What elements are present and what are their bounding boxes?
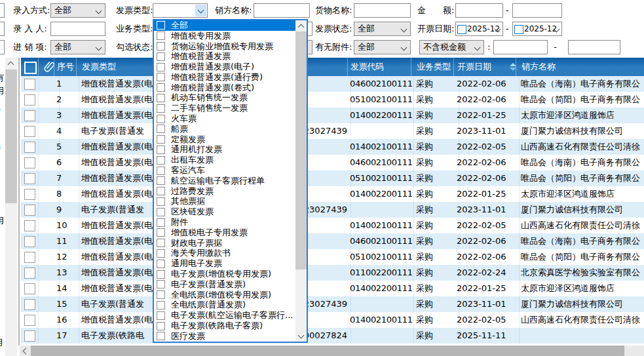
- option-checkbox[interactable]: [157, 239, 165, 247]
- row-checkbox[interactable]: [24, 142, 35, 153]
- header-biz[interactable]: 业务类型: [411, 58, 459, 76]
- dropdown-option[interactable]: 全部: [154, 20, 295, 31]
- row-checkbox[interactable]: [24, 110, 35, 121]
- header-code[interactable]: 发票代码: [347, 58, 414, 76]
- option-checkbox[interactable]: [157, 31, 165, 40]
- dropdown-option[interactable]: 客运汽车: [154, 165, 295, 176]
- dropdown-option[interactable]: 增值税普通发票: [154, 51, 295, 62]
- header-date[interactable]: 开票日期: [453, 58, 520, 76]
- option-checkbox[interactable]: [157, 94, 165, 102]
- table-row[interactable]: 14增值税普通发票(电014002200111采购2022-01-25太原市迎泽…: [21, 281, 644, 296]
- tax-excl-amount-from-input[interactable]: [493, 40, 548, 54]
- dropdown-option[interactable]: 区块链发票: [154, 207, 295, 217]
- option-checkbox[interactable]: [157, 125, 165, 133]
- option-checkbox[interactable]: [157, 135, 165, 144]
- option-checkbox[interactable]: [157, 83, 165, 92]
- option-checkbox[interactable]: [157, 197, 165, 206]
- table-row[interactable]: 4电子发票(普通发23027439采购2023-11-01厦门聚力诚信科技有限公…: [21, 123, 644, 139]
- row-checkbox[interactable]: [24, 94, 35, 106]
- table-row[interactable]: 10增值税普通发票(电014002100111采购2022-02-05山西高速石…: [21, 218, 644, 233]
- invoice-status-select[interactable]: 全部: [354, 22, 411, 36]
- row-checkbox[interactable]: [24, 220, 35, 231]
- in-out-select[interactable]: 全部: [50, 40, 105, 54]
- row-checkbox[interactable]: [24, 236, 35, 247]
- date-checkbox[interactable]: [457, 25, 466, 34]
- option-checkbox[interactable]: [157, 311, 165, 320]
- dropdown-option[interactable]: 船票: [154, 124, 295, 134]
- dropdown-option[interactable]: 附件: [154, 217, 295, 227]
- dropdown-option[interactable]: 增值税电子专用发票: [154, 227, 295, 238]
- dropdown-option[interactable]: 出租车发票: [154, 155, 295, 165]
- table-row[interactable]: 12增值税普通发票(电051002100111采购2022-02-06唯品会（简…: [21, 249, 644, 265]
- option-checkbox[interactable]: [157, 332, 165, 340]
- row-checkbox[interactable]: [24, 173, 35, 184]
- option-checkbox[interactable]: [157, 167, 165, 175]
- table-row[interactable]: 7增值税普通发票(电051002100111采购2022-02-06唯品会（简阳…: [21, 170, 644, 186]
- table-row[interactable]: 13增值税普通发票(电011002200111采购2022-02-24北京索真医…: [21, 265, 644, 281]
- scroll-up-button[interactable]: [5, 58, 17, 69]
- table-row[interactable]: 2增值税普通发票(电051002100111采购2022-02-06唯品会（简阳…: [21, 92, 644, 108]
- amount-type-select[interactable]: 不含税金额: [419, 40, 484, 54]
- option-checkbox[interactable]: [157, 260, 165, 268]
- dropdown-option[interactable]: 火车票: [154, 113, 295, 124]
- scroll-left-button[interactable]: [20, 346, 31, 356]
- dropdown-scrollbar[interactable]: [295, 20, 307, 342]
- dropdown-option[interactable]: 电子发票(航空运输电子客票行...: [154, 310, 295, 321]
- entry-mode-select[interactable]: 全部: [50, 3, 105, 18]
- horizontal-scrollbar[interactable]: [20, 346, 644, 356]
- dropdown-option[interactable]: 增值税普通发票(卷式): [154, 83, 295, 93]
- option-checkbox[interactable]: [157, 249, 165, 258]
- dropdown-option[interactable]: 增值税普通发票(电子): [154, 62, 295, 72]
- scroll-up-button[interactable]: [295, 20, 307, 31]
- table-row[interactable]: 16增值税普通发票(电014002100111采购2022-02-05山西高速石…: [21, 312, 644, 328]
- row-checkbox[interactable]: [24, 126, 35, 137]
- table-row[interactable]: 15电子发票(普通发23027439采购2023-11-01厦门聚力诚信科技有限…: [21, 296, 644, 312]
- dropdown-option[interactable]: 通用电子发票: [154, 258, 295, 269]
- table-row[interactable]: 17电子发票(铁路电00027824采购2025-11-11: [21, 328, 644, 344]
- row-checkbox[interactable]: [24, 330, 35, 342]
- header-checkbox-cell[interactable]: [21, 58, 38, 76]
- table-row[interactable]: 5增值税普通发票(电014002100111采购2022-02-05山西高速石化…: [21, 139, 644, 155]
- vertical-scrollbar[interactable]: [5, 58, 17, 356]
- option-checkbox[interactable]: [157, 73, 165, 81]
- row-checkbox[interactable]: [24, 315, 35, 326]
- issue-date-to[interactable]: 2025-12: [512, 22, 562, 36]
- option-checkbox[interactable]: [157, 176, 165, 185]
- option-checkbox[interactable]: [157, 218, 165, 227]
- option-checkbox[interactable]: [157, 42, 165, 50]
- option-checkbox[interactable]: [157, 301, 165, 309]
- row-checkbox[interactable]: [24, 205, 35, 216]
- table-row[interactable]: 8增值税普通发票(电014002200111采购2022-01-25太原市迎泽区…: [21, 186, 644, 202]
- option-checkbox[interactable]: [157, 146, 165, 154]
- option-checkbox[interactable]: [157, 187, 165, 195]
- dropdown-option[interactable]: 定额发票: [154, 134, 295, 145]
- row-checkbox[interactable]: [24, 79, 35, 90]
- dropdown-option[interactable]: 其他票据: [154, 197, 295, 207]
- date-checkbox[interactable]: [514, 25, 523, 34]
- horizontal-scrollbar-thumb[interactable]: [31, 346, 624, 356]
- option-checkbox[interactable]: [157, 21, 165, 30]
- option-checkbox[interactable]: [157, 115, 165, 123]
- row-checkbox[interactable]: [24, 189, 35, 200]
- dropdown-scrollbar-thumb[interactable]: [295, 31, 307, 269]
- attachment-select[interactable]: 全部: [354, 40, 411, 54]
- dropdown-option[interactable]: 电子发票(增值税专用发票): [154, 269, 295, 279]
- dropdown-option[interactable]: 财政电子票据: [154, 238, 295, 248]
- dropdown-option[interactable]: 二手车销售统一发票: [154, 103, 295, 113]
- tax-excl-amount-to-input[interactable]: [568, 40, 620, 54]
- issue-date-from[interactable]: 2025-12: [455, 22, 503, 36]
- seller-name-input[interactable]: [254, 3, 310, 18]
- option-checkbox[interactable]: [157, 228, 165, 237]
- table-row[interactable]: 11增值税普通发票(电046002100111采购2022-02-06唯品会（海…: [21, 233, 644, 249]
- option-checkbox[interactable]: [157, 290, 165, 299]
- vertical-scrollbar-thumb[interactable]: [5, 69, 17, 203]
- option-checkbox[interactable]: [157, 63, 165, 71]
- option-checkbox[interactable]: [157, 280, 165, 288]
- dropdown-option[interactable]: 过路费发票: [154, 186, 295, 197]
- dropdown-option[interactable]: 通用机打发票: [154, 145, 295, 155]
- option-checkbox[interactable]: [157, 208, 165, 216]
- scroll-down-button[interactable]: [295, 330, 307, 342]
- dropdown-option[interactable]: 全电纸票(增值税专用发票): [154, 290, 295, 300]
- option-checkbox[interactable]: [157, 156, 165, 165]
- table-row[interactable]: 3增值税普通发票(电014002200111采购2022-01-25太原市迎泽区…: [21, 108, 644, 123]
